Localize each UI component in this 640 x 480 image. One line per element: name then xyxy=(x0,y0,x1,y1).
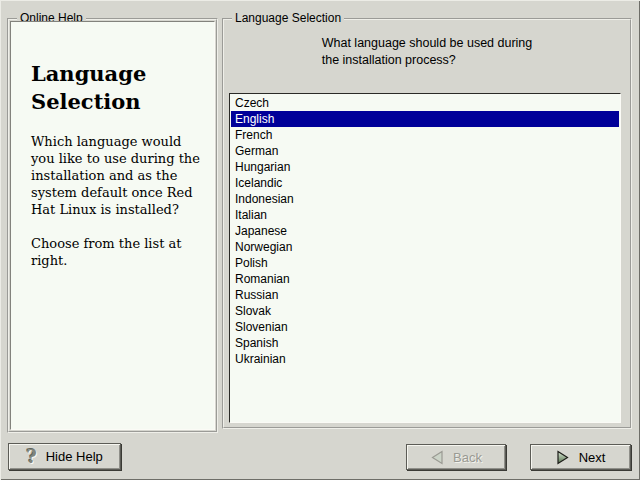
language-list: CzechEnglishFrenchGermanHungarianIceland… xyxy=(231,95,619,421)
language-option[interactable]: Polish xyxy=(231,255,619,271)
help-text-panel: Language Selection Which language would … xyxy=(10,21,215,430)
online-help-frame: Online Help Language Selection Which lan… xyxy=(7,18,218,433)
language-option[interactable]: Czech xyxy=(231,95,619,111)
back-button-label: Back xyxy=(453,450,482,465)
language-option[interactable]: Ukrainian xyxy=(231,351,619,367)
help-title: Language Selection xyxy=(31,60,181,116)
language-option[interactable]: Italian xyxy=(231,207,619,223)
language-option[interactable]: Slovenian xyxy=(231,319,619,335)
language-option[interactable]: English xyxy=(231,111,619,127)
help-content: Language Selection Which language would … xyxy=(11,22,214,269)
language-option[interactable]: Japanese xyxy=(231,223,619,239)
language-option[interactable]: French xyxy=(231,127,619,143)
language-option[interactable]: Romanian xyxy=(231,271,619,287)
help-paragraph-2: Choose from the list at right. xyxy=(31,235,206,269)
hide-help-button-label: Hide Help xyxy=(46,449,103,464)
language-option[interactable]: Indonesian xyxy=(231,191,619,207)
language-option[interactable]: Icelandic xyxy=(231,175,619,191)
back-button[interactable]: Back xyxy=(406,444,506,470)
language-option[interactable]: German xyxy=(231,143,619,159)
question-mark-icon: ? xyxy=(26,448,37,466)
language-selection-frame: Language Selection What language should … xyxy=(222,18,632,429)
next-arrow-icon xyxy=(556,450,570,465)
language-option[interactable]: Russian xyxy=(231,287,619,303)
language-option[interactable]: Slovak xyxy=(231,303,619,319)
help-paragraph-1: Which language would you like to use dur… xyxy=(31,133,206,218)
next-button[interactable]: Next xyxy=(530,444,631,470)
installer-window: { "help": { "frame_label": "Online Help"… xyxy=(0,0,640,480)
language-listbox: CzechEnglishFrenchGermanHungarianIceland… xyxy=(229,93,621,423)
language-selection-frame-label: Language Selection xyxy=(232,11,344,25)
hide-help-button[interactable]: ? Hide Help xyxy=(8,443,121,470)
language-option[interactable]: Spanish xyxy=(231,335,619,351)
language-option[interactable]: Norwegian xyxy=(231,239,619,255)
language-option[interactable]: Hungarian xyxy=(231,159,619,175)
back-arrow-icon xyxy=(430,450,444,465)
next-button-label: Next xyxy=(579,450,606,465)
language-question-text: What language should be used during the … xyxy=(322,35,533,69)
